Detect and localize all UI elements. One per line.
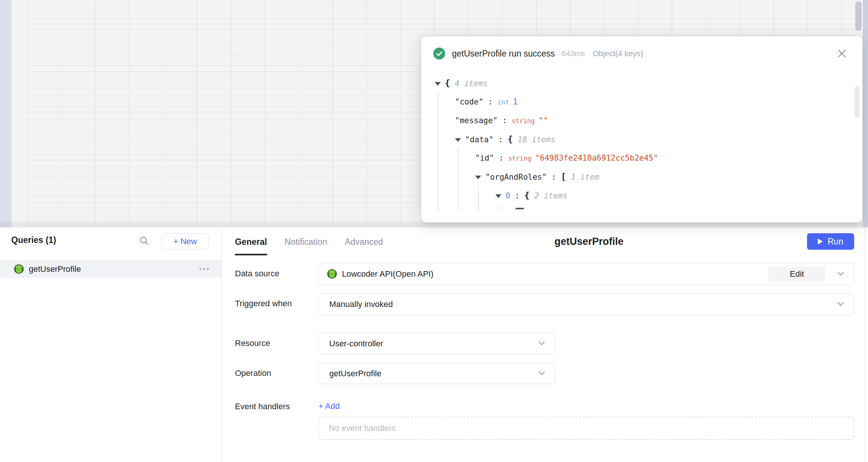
json-tree-row: "data" : { 18 items [421,130,853,149]
query-bottom-panel: Queries (1) + New {··} getUserProfile [0,227,868,462]
api-icon: {··} [327,269,337,279]
query-tabs: General Notification Advanced [235,228,383,255]
collapse-triangle-icon[interactable] [475,176,481,179]
json-tree-row: "message" : string "" [421,111,853,130]
json-tree-row: "orgAndRoles" : [ 1 item [421,167,853,186]
tab-notification[interactable]: Notification [285,228,327,255]
no-event-handlers-placeholder: No event handlers [318,417,854,440]
query-result-header: getUserProfile run success 643ms Object(… [421,36,862,71]
json-tree-row: { 4 items [421,74,853,92]
collapse-triangle-icon[interactable] [455,138,461,142]
resource-label: Resource [235,338,270,348]
json-tree-row: 0 : { 2 items [421,186,853,205]
query-list-item[interactable]: {··} getUserProfile [0,260,221,278]
query-name-title: getUserProfile [554,236,624,247]
more-options-icon[interactable] [199,268,209,270]
query-editor-panel: General Notification Advanced getUserPro… [222,228,868,462]
queries-header: Queries (1) + New [0,228,221,258]
panel-right-divider [865,228,866,462]
json-tree-row: "id" : string "64983fe2410a6912cc5b2e45" [421,149,853,167]
chevron-down-icon [536,371,547,377]
play-icon [818,238,823,244]
api-icon: {··} [14,264,24,274]
add-event-handler-button[interactable]: + Add [318,401,340,411]
data-source-value: Lowcoder API(Open API) [342,269,434,279]
close-icon[interactable] [836,48,847,59]
operation-label: Operation [235,368,271,378]
result-type-summary: Object(4 keys) [593,49,643,58]
run-button[interactable]: Run [807,233,854,250]
lowcoder-editor: getUserProfile run success 643ms Object(… [0,0,868,462]
tab-general[interactable]: General [235,228,267,255]
json-result-viewer: { 4 items"code" : int 1"message" : strin… [421,74,853,222]
json-tree-row [421,205,853,211]
svg-text:{··}: {··} [327,272,336,276]
queries-panel-title: Queries (1) [11,235,56,245]
event-handlers-label: Event handlers [235,402,290,411]
chevron-down-icon [835,271,846,277]
clipped-row-fragment [516,208,524,209]
json-tree-row: "code" : int 1 [421,92,853,111]
canvas-bottom-band [0,222,868,227]
canvas-left-strip [0,0,12,227]
run-duration: 643ms [562,49,585,58]
triggered-when-label: Triggered when [235,299,292,308]
edit-datasource-button[interactable]: Edit [768,267,825,282]
query-result-popup: getUserProfile run success 643ms Object(… [421,36,862,222]
popup-scrollbar-thumb[interactable] [855,86,859,118]
check-circle-icon [433,48,445,60]
tab-advanced[interactable]: Advanced [345,228,383,255]
collapse-triangle-icon[interactable] [435,82,441,86]
data-source-select[interactable]: {··} Lowcoder API(Open API) Edit [318,263,854,285]
new-query-button[interactable]: + New [162,233,209,249]
queries-sidebar: Queries (1) + New {··} getUserProfile [0,228,222,462]
search-icon[interactable] [138,234,150,247]
resource-select[interactable]: User-controller [318,333,555,354]
query-item-name: getUserProfile [29,264,81,274]
operation-select[interactable]: getUserProfile [318,363,555,384]
triggered-when-select[interactable]: Manually invoked [318,294,854,315]
canvas-scrollbar-track [863,0,868,227]
data-source-label: Data source [235,269,279,279]
run-success-title: getUserProfile run success [452,49,555,59]
chevron-down-icon [835,301,846,307]
canvas-scrollbar-thumb[interactable] [855,1,862,31]
svg-text:{··}: {··} [14,267,23,271]
chevron-down-icon [536,341,547,347]
collapse-triangle-icon[interactable] [495,194,501,198]
